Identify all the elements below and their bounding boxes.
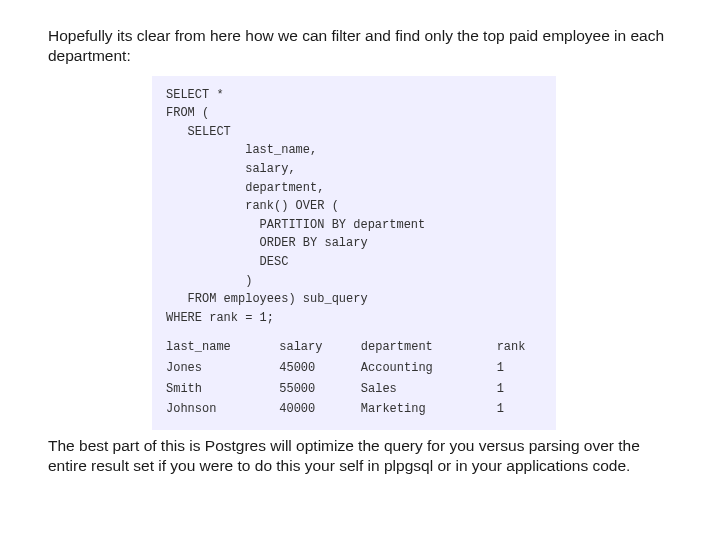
code-line: rank() OVER ( bbox=[166, 197, 542, 216]
results-table: last_name salary department rank Jones 4… bbox=[166, 337, 542, 419]
code-line: FROM ( bbox=[166, 104, 542, 123]
cell-last-name: Jones bbox=[166, 358, 279, 379]
code-line: DESC bbox=[166, 253, 542, 272]
code-line: ORDER BY salary bbox=[166, 234, 542, 253]
code-line: department, bbox=[166, 179, 542, 198]
col-department: department bbox=[361, 337, 497, 358]
cell-department: Sales bbox=[361, 379, 497, 400]
cell-rank: 1 bbox=[497, 379, 542, 400]
code-line: last_name, bbox=[166, 141, 542, 160]
code-line: salary, bbox=[166, 160, 542, 179]
cell-salary: 40000 bbox=[279, 399, 361, 420]
table-row: Johnson 40000 Marketing 1 bbox=[166, 399, 542, 420]
code-line: PARTITION BY department bbox=[166, 216, 542, 235]
col-rank: rank bbox=[497, 337, 542, 358]
cell-salary: 55000 bbox=[279, 379, 361, 400]
cell-department: Accounting bbox=[361, 358, 497, 379]
cell-salary: 45000 bbox=[279, 358, 361, 379]
code-line: ) bbox=[166, 272, 542, 291]
cell-last-name: Johnson bbox=[166, 399, 279, 420]
col-last-name: last_name bbox=[166, 337, 279, 358]
sql-code-block: SELECT * FROM ( SELECT last_name, salary… bbox=[152, 76, 556, 430]
cell-last-name: Smith bbox=[166, 379, 279, 400]
table-row: Smith 55000 Sales 1 bbox=[166, 379, 542, 400]
code-line: FROM employees) sub_query bbox=[166, 290, 542, 309]
page: Hopefully its clear from here how we can… bbox=[0, 0, 720, 475]
col-salary: salary bbox=[279, 337, 361, 358]
intro-paragraph: Hopefully its clear from here how we can… bbox=[48, 26, 672, 66]
table-header-row: last_name salary department rank bbox=[166, 337, 542, 358]
outro-paragraph: The best part of this is Postgres will o… bbox=[48, 436, 672, 476]
table-row: Jones 45000 Accounting 1 bbox=[166, 358, 542, 379]
code-line: WHERE rank = 1; bbox=[166, 309, 542, 328]
cell-rank: 1 bbox=[497, 358, 542, 379]
cell-department: Marketing bbox=[361, 399, 497, 420]
code-line: SELECT bbox=[166, 123, 542, 142]
cell-rank: 1 bbox=[497, 399, 542, 420]
code-line: SELECT * bbox=[166, 86, 542, 105]
